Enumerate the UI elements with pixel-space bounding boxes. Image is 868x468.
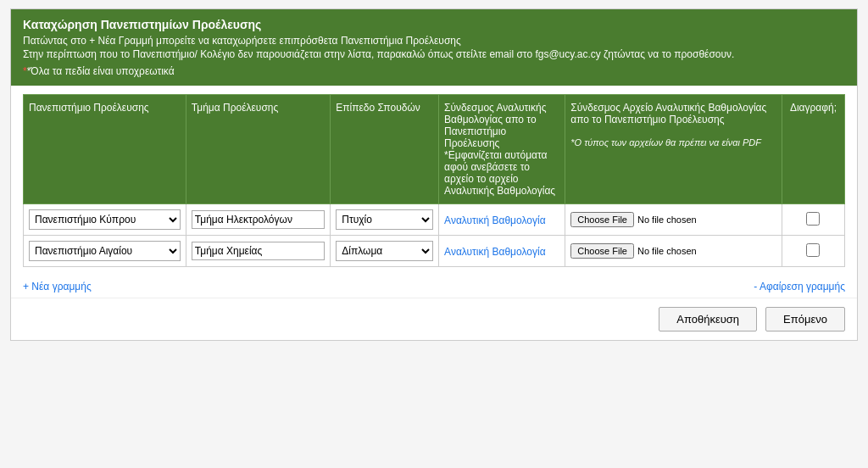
department-cell-0 — [186, 204, 330, 236]
delete-checkbox-1[interactable] — [806, 243, 820, 257]
file-cell-1 — [565, 236, 782, 267]
header-section: Καταχώρηση Πανεπιστημίων Προέλευσης Πατώ… — [11, 9, 857, 86]
analytics-link-0[interactable]: Αναλυτική Βαθμολογία — [444, 214, 545, 226]
delete-cell-0 — [782, 204, 844, 236]
button-section: Αποθήκευση Επόμενο — [11, 298, 857, 340]
department-cell-1 — [186, 236, 330, 267]
level-select-0[interactable]: ΠτυχίοΔίπλωμαΜεταπτυχιακό — [336, 209, 433, 230]
delete-cell-1 — [782, 236, 844, 267]
header-line2: Στην περίπτωση που το Πανεπιστήμιο/ Κολέ… — [23, 48, 845, 60]
th-university: Πανεπιστήμιο Προέλευσης — [24, 95, 186, 204]
th-link: Σύνδεσμος Αναλυτικής Βαθμολογίας απο το … — [439, 95, 565, 204]
main-table: Πανεπιστήμιο Προέλευσης Τμήμα Προέλευσης… — [23, 94, 845, 267]
add-row-link[interactable]: + Νέα γραμμής — [23, 281, 92, 292]
file-input-1[interactable] — [570, 243, 748, 259]
delete-checkbox-0[interactable] — [806, 212, 820, 226]
department-input-1[interactable] — [192, 242, 325, 260]
level-cell-0: ΠτυχίοΔίπλωμαΜεταπτυχιακό — [331, 204, 439, 236]
page-title: Καταχώρηση Πανεπιστημίων Προέλευσης — [23, 18, 845, 31]
link-cell-0: Αναλυτική Βαθμολογία — [439, 204, 565, 236]
university-select-0[interactable]: Πανεπιστήμιο ΚύπρουΠανεπιστήμιο Αιγαίου — [29, 209, 181, 230]
th-archive: Σύνδεσμος Αρχείο Αναλυτικής Βαθμολογίας … — [565, 95, 782, 204]
required-note: **Όλα τα πεδία είναι υποχρεωτικά — [23, 65, 845, 77]
analytics-link-1[interactable]: Αναλυτική Βαθμολογία — [444, 246, 545, 258]
university-cell-0: Πανεπιστήμιο ΚύπρουΠανεπιστήμιο Αιγαίου — [24, 204, 186, 236]
university-select-1[interactable]: Πανεπιστήμιο ΚύπρουΠανεπιστήμιο Αιγαίου — [29, 241, 181, 261]
table-section: Πανεπιστήμιο Προέλευσης Τμήμα Προέλευσης… — [11, 86, 857, 276]
level-cell-1: ΠτυχίοΔίπλωμαΜεταπτυχιακό — [331, 236, 439, 267]
university-cell-1: Πανεπιστήμιο ΚύπρουΠανεπιστήμιο Αιγαίου — [24, 236, 186, 267]
bottom-links: + Νέα γραμμής - Αφαίρεση γραμμής — [11, 276, 857, 298]
table-row: Πανεπιστήμιο ΚύπρουΠανεπιστήμιο ΑιγαίουΠ… — [24, 204, 845, 236]
remove-row-link[interactable]: - Αφαίρεση γραμμής — [754, 281, 845, 292]
th-delete: Διαγραφή; — [782, 95, 844, 204]
next-button[interactable]: Επόμενο — [765, 307, 845, 332]
save-button[interactable]: Αποθήκευση — [659, 307, 757, 332]
level-select-1[interactable]: ΠτυχίοΔίπλωμαΜεταπτυχιακό — [336, 241, 433, 261]
th-level: Επίπεδο Σπουδών — [331, 95, 439, 204]
file-cell-0 — [565, 204, 782, 236]
page-container: Καταχώρηση Πανεπιστημίων Προέλευσης Πατώ… — [10, 8, 858, 341]
department-input-0[interactable] — [192, 210, 325, 229]
link-cell-1: Αναλυτική Βαθμολογία — [439, 236, 565, 267]
header-line1: Πατώντας στο + Νέα Γραμμή μπορείτε να κα… — [23, 35, 845, 47]
table-row: Πανεπιστήμιο ΚύπρουΠανεπιστήμιο ΑιγαίουΠ… — [24, 236, 845, 267]
file-input-0[interactable] — [570, 212, 748, 227]
th-department: Τμήμα Προέλευσης — [186, 95, 330, 204]
